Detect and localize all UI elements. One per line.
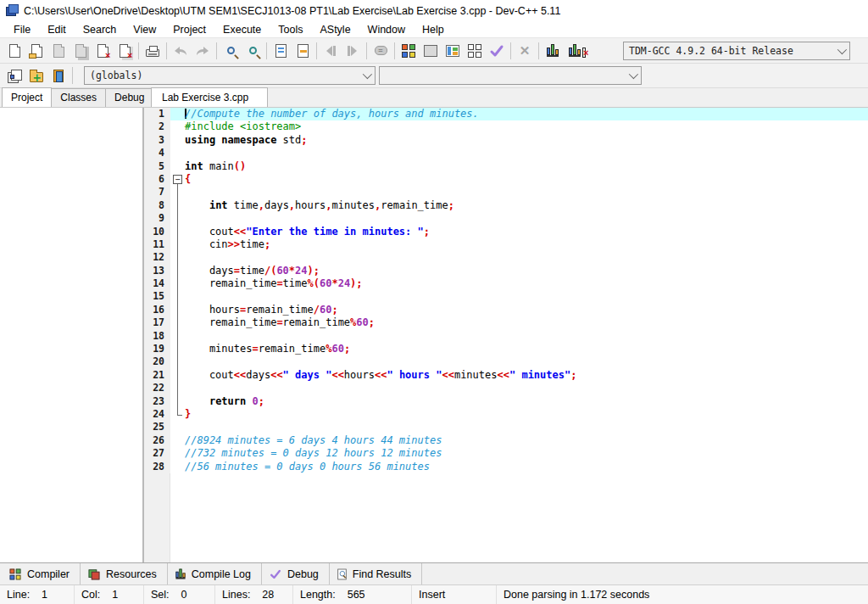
code-text xyxy=(185,355,868,368)
title-bar: C:\Users\User\OneDrive\Desktop\UTM SEM1\… xyxy=(0,0,868,22)
swap-header-source-button[interactable]: = xyxy=(370,41,392,61)
run-button[interactable] xyxy=(420,41,442,61)
redo-button[interactable] xyxy=(192,41,214,61)
members-select[interactable] xyxy=(379,66,642,85)
remove-from-project-button[interactable] xyxy=(47,65,70,86)
fold-margin xyxy=(170,421,185,433)
code-line[interactable]: 13 days=time/(60*24); xyxy=(144,265,868,277)
code-line[interactable]: 1//Compute the number of days, hours and… xyxy=(144,108,868,120)
code-line[interactable]: 21 cout<<days<<" days "<<hours<<" hours … xyxy=(144,369,868,382)
replace-button[interactable] xyxy=(242,41,264,61)
code-line[interactable]: 16 hours=remain_time/60; xyxy=(144,304,868,316)
menu-tools[interactable]: Tools xyxy=(270,23,311,37)
code-line[interactable]: 4 xyxy=(144,147,868,159)
code-line[interactable]: 22 xyxy=(144,382,868,394)
menu-search[interactable]: Search xyxy=(75,23,125,37)
code-line[interactable]: 10 cout<<"Enter the time in minutes: "; xyxy=(144,226,868,238)
tab-row: Project Classes Debug Lab Exercise 3.cpp xyxy=(0,88,868,108)
menu-project[interactable]: Project xyxy=(164,23,214,37)
menu-view[interactable]: View xyxy=(125,23,164,37)
code-line[interactable]: 28//56 minutes = 0 days 0 hours 56 minut… xyxy=(144,461,868,473)
editor-tab-lab-exercise-3[interactable]: Lab Exercise 3.cpp xyxy=(151,87,268,107)
delete-profiling-button[interactable]: × xyxy=(564,41,586,61)
forward-button[interactable] xyxy=(342,41,364,61)
code-line[interactable]: 6−{ xyxy=(144,173,868,186)
code-line[interactable]: 7 xyxy=(144,186,868,199)
profile-button[interactable] xyxy=(542,41,564,61)
line-number: 19 xyxy=(144,343,170,355)
save-all-button[interactable] xyxy=(70,41,92,61)
new-window-button[interactable] xyxy=(3,65,25,86)
insert-button[interactable] xyxy=(292,41,314,61)
tab-debug[interactable]: Debug xyxy=(105,88,153,107)
fold-margin xyxy=(170,382,185,394)
tab-compiler[interactable]: Compiler xyxy=(2,563,81,584)
code-line[interactable]: 12 xyxy=(144,251,868,264)
code-line[interactable]: 9 xyxy=(144,212,868,225)
code-line[interactable]: 15 xyxy=(144,290,868,303)
project-browser-panel[interactable] xyxy=(0,108,144,562)
tab-resources[interactable]: Resources xyxy=(81,563,168,584)
code-line[interactable]: 23 return 0; xyxy=(144,395,868,408)
add-to-project-button[interactable]: + xyxy=(25,65,47,86)
window-title: C:\Users\User\OneDrive\Desktop\UTM SEM1\… xyxy=(24,5,560,17)
compile-and-run-button[interactable] xyxy=(442,41,464,61)
code-line[interactable]: 19 minutes=remain_time%60; xyxy=(144,343,868,355)
code-line[interactable]: 27//732 minutes = 0 days 12 hours 12 min… xyxy=(144,447,868,460)
tab-classes[interactable]: Classes xyxy=(51,88,106,107)
print-button[interactable] xyxy=(142,41,164,61)
tab-project[interactable]: Project xyxy=(2,87,52,107)
panel-tabs: Project Classes Debug xyxy=(0,87,144,107)
menu-window[interactable]: Window xyxy=(359,23,414,37)
rebuild-all-button[interactable] xyxy=(464,41,486,61)
menu-astyle[interactable]: AStyle xyxy=(311,23,359,37)
line-number: 20 xyxy=(144,355,170,368)
fold-margin xyxy=(170,330,185,343)
code-editor[interactable]: 1//Compute the number of days, hours and… xyxy=(144,108,868,562)
close-file-icon: × xyxy=(97,44,108,58)
menu-execute[interactable]: Execute xyxy=(214,23,270,37)
open-button[interactable] xyxy=(25,41,47,61)
menu-edit[interactable]: Edit xyxy=(39,23,75,37)
class-browser-select[interactable]: (globals) xyxy=(84,66,376,85)
code-line[interactable]: 2#include <iostream> xyxy=(144,120,868,133)
fold-margin xyxy=(170,226,185,238)
menu-file[interactable]: File xyxy=(5,23,39,37)
fold-marker[interactable]: − xyxy=(170,173,185,186)
new-file-button[interactable] xyxy=(3,41,25,61)
save-button[interactable] xyxy=(47,41,70,61)
main-area: 1//Compute the number of days, hours and… xyxy=(0,108,868,562)
code-line[interactable]: 14 remain_time=time%(60*24); xyxy=(144,277,868,290)
code-line[interactable]: 17 remain_time=remain_time%60; xyxy=(144,316,868,329)
compiler-select[interactable]: TDM-GCC 4.9.2 64-bit Release xyxy=(623,42,850,60)
find-button[interactable] xyxy=(220,41,242,61)
close-button[interactable]: × xyxy=(92,41,114,61)
tab-compile-log[interactable]: Compile Log xyxy=(168,563,262,584)
fold-margin xyxy=(170,447,185,460)
abort-compilation-button[interactable]: ✕ xyxy=(514,41,536,61)
close-all-button[interactable]: × xyxy=(114,41,136,61)
fold-margin xyxy=(170,395,185,408)
code-text xyxy=(185,421,868,433)
line-number: 1 xyxy=(144,108,170,120)
code-line[interactable]: 25 xyxy=(144,421,868,433)
code-line[interactable]: 5int main() xyxy=(144,160,868,173)
tab-find-results[interactable]: Find Results xyxy=(330,563,422,584)
compile-log-tab-icon xyxy=(175,569,185,579)
code-line[interactable]: 24} xyxy=(144,408,868,421)
save-all-icon xyxy=(75,44,86,58)
menu-help[interactable]: Help xyxy=(414,23,453,37)
code-line[interactable]: 18 xyxy=(144,330,868,343)
compile-button[interactable] xyxy=(398,41,420,61)
syntax-check-button[interactable] xyxy=(486,41,508,61)
code-line[interactable]: 3using namespace std; xyxy=(144,134,868,147)
code-line[interactable]: 11 cin>>time; xyxy=(144,238,868,251)
goto-line-button[interactable] xyxy=(270,41,292,61)
back-button[interactable] xyxy=(320,41,342,61)
code-line[interactable]: 8 int time,days,hours,minutes,remain_tim… xyxy=(144,199,868,212)
code-line[interactable]: 20 xyxy=(144,355,868,368)
code-line[interactable]: 26//8924 minutes = 6 days 4 hours 44 min… xyxy=(144,434,868,447)
code-text: days=time/(60*24); xyxy=(185,265,868,277)
tab-debug-bottom[interactable]: Debug xyxy=(262,563,330,584)
undo-button[interactable] xyxy=(170,41,192,61)
